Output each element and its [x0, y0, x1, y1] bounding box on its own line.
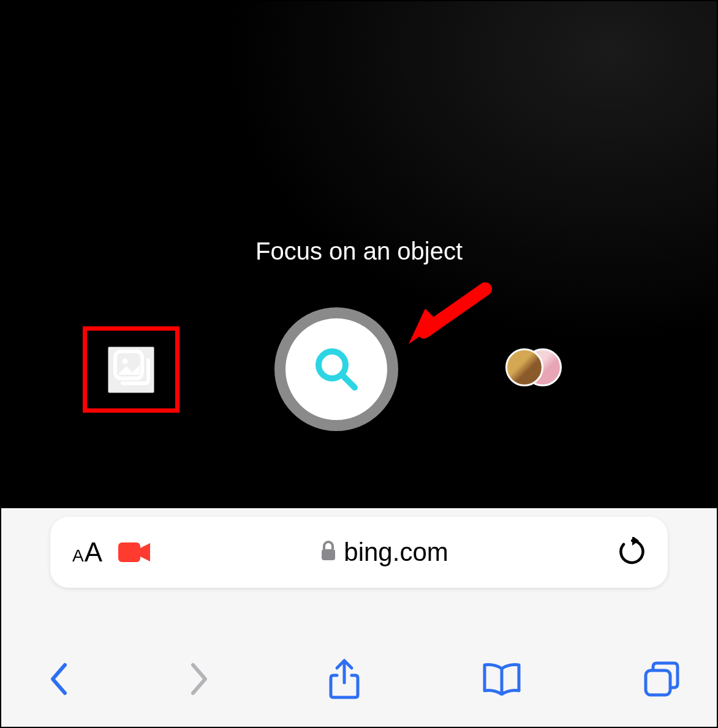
visual-search-button[interactable] — [274, 307, 398, 431]
svg-line-3 — [342, 375, 355, 388]
camera-hint-text: Focus on an object — [255, 238, 463, 265]
share-button[interactable] — [316, 652, 372, 706]
tabs-icon — [643, 661, 680, 697]
chevron-right-icon — [188, 661, 209, 697]
tabs-button[interactable] — [631, 655, 692, 704]
screen-recording-indicator-icon — [118, 541, 150, 564]
chevron-left-icon — [48, 661, 69, 697]
svg-marker-7 — [632, 537, 639, 546]
forward-button[interactable] — [176, 655, 221, 703]
gallery-icon — [109, 348, 153, 392]
svg-rect-6 — [322, 549, 335, 560]
lock-icon — [320, 541, 336, 564]
open-gallery-button[interactable] — [108, 347, 154, 393]
search-icon — [312, 345, 361, 394]
text-size-button[interactable]: A A — [72, 537, 102, 568]
browser-chrome: A A bing.com — [1, 508, 717, 727]
annotation-highlight-box — [83, 326, 180, 413]
address-bar[interactable]: A A bing.com — [50, 517, 668, 588]
text-size-large-a-icon: A — [85, 537, 102, 568]
svg-rect-5 — [118, 542, 140, 562]
svg-rect-8 — [646, 670, 670, 695]
svg-marker-4 — [409, 309, 439, 344]
annotation-arrow-icon — [393, 277, 504, 350]
text-size-small-a-icon: A — [72, 546, 84, 566]
url-text: bing.com — [344, 538, 448, 567]
svg-point-1 — [123, 358, 128, 364]
book-icon — [480, 662, 524, 696]
reload-button[interactable] — [619, 537, 646, 568]
bookmarks-button[interactable] — [467, 656, 536, 702]
camera-viewport: Focus on an object — [1, 1, 717, 508]
reload-icon — [619, 559, 646, 568]
back-button[interactable] — [36, 655, 81, 703]
browser-toolbar — [1, 648, 717, 710]
share-icon — [328, 658, 360, 700]
recent-thumbnail-1 — [505, 348, 543, 386]
recent-searches-button[interactable] — [505, 348, 561, 386]
